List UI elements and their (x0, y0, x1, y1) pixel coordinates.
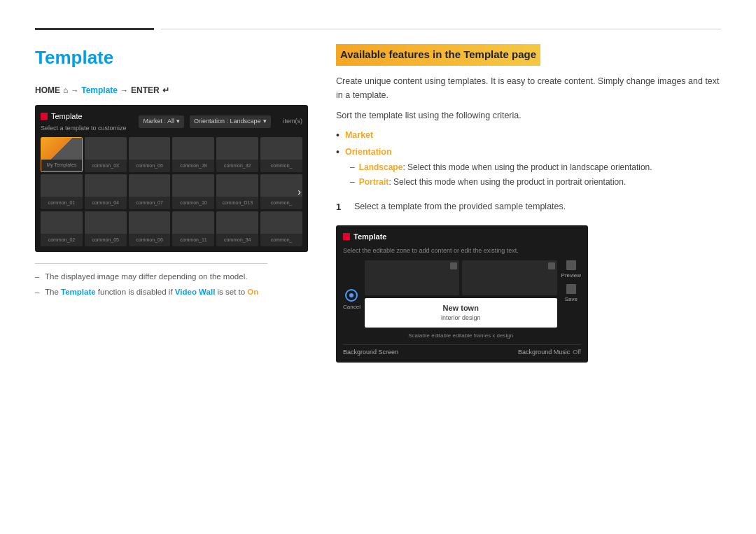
sub-feature-portrait: – Portrait: Select this mode when using … (350, 176, 652, 188)
template-grid-item[interactable]: common_03 (85, 137, 127, 172)
breadcrumb-template: Template (81, 84, 118, 97)
template-grid-item[interactable]: common_06 (129, 211, 171, 246)
template-ui-title: Template (41, 111, 127, 122)
cancel-dot-icon (349, 293, 354, 297)
note-item-1: The displayed image may differ depending… (35, 271, 308, 283)
home-icon: ⌂ (63, 84, 68, 97)
item-thumb (85, 137, 127, 160)
sub-feature-landscape: – Landscape: Select this mode when using… (350, 161, 652, 174)
tpu-main: Cancel (343, 260, 581, 340)
samsung-logo-preview-icon (343, 233, 350, 240)
template-grid-item[interactable]: common_02 (41, 211, 83, 246)
tpu-subtitle: Select the editable zone to add content … (343, 246, 581, 256)
sub-bullet-icon: – (350, 161, 355, 174)
template-grid-item[interactable]: common_05 (85, 211, 127, 246)
breadcrumb: HOME ⌂ → Template → ENTER ↵ (35, 84, 308, 97)
tpu-left-controls: Cancel (343, 260, 360, 340)
background-music-control[interactable]: Background Music Off (518, 348, 581, 358)
tpu-canvas-row-1 (365, 260, 557, 295)
template-ui-subtitle: Select a template to customize (41, 124, 127, 134)
save-icon (566, 284, 576, 294)
enter-icon: ↵ (162, 84, 169, 97)
samsung-logo-icon (41, 113, 48, 120)
item-thumb (41, 174, 83, 197)
bullet-icon: • (336, 129, 340, 143)
feature-item-market: • Market (336, 129, 721, 143)
save-button[interactable]: Save (561, 284, 581, 304)
template-grid-item[interactable]: common_10 (172, 174, 214, 209)
market-dropdown[interactable]: Market : All ▾ (139, 115, 184, 128)
feature-item-orientation: • Orientation – Landscape: Select this m… (336, 146, 721, 191)
tpu-text-hint: Scalable editable editable frames x desi… (365, 332, 557, 340)
item-thumb (85, 211, 127, 234)
template-grid-item[interactable]: common_ (260, 174, 302, 209)
preview-button[interactable]: Preview (561, 260, 581, 280)
template-grid-item[interactable]: common_28 (172, 137, 214, 172)
item-thumb (216, 211, 258, 234)
item-thumb (172, 137, 214, 160)
template-grid-item[interactable]: common_06 (129, 137, 171, 172)
template-grid-item[interactable]: common_32 (216, 137, 258, 172)
item-thumb (129, 137, 171, 160)
item-thumb (41, 138, 82, 160)
sort-label: Sort the template list using the followi… (336, 109, 721, 122)
item-thumb (260, 137, 302, 160)
breadcrumb-home: HOME (35, 84, 60, 97)
tpu-text-block[interactable]: New town interior design (365, 298, 557, 328)
item-thumb (85, 174, 127, 197)
template-grid-item[interactable]: common_11 (172, 211, 214, 246)
bullet-icon: • (336, 146, 340, 160)
template-grid-item[interactable]: common_34 (216, 211, 258, 246)
step-item-1: 1 Select a template from the provided sa… (336, 200, 721, 214)
breadcrumb-arrow-1: → (71, 85, 78, 97)
template-grid-item[interactable]: My Templates (41, 137, 83, 172)
canvas-icon (548, 262, 555, 269)
background-screen-control[interactable]: Background Screen (343, 348, 398, 358)
item-thumb (129, 211, 171, 234)
divider (35, 263, 267, 264)
template-ui-controls: Market : All ▾ Orientation : Landscape ▾ (139, 115, 270, 128)
section-description: Create unique content using templates. I… (336, 74, 721, 102)
section-title: Available features in the Template page (336, 44, 540, 66)
item-thumb (260, 211, 302, 234)
page-title: Template (35, 44, 308, 71)
top-rule-right (161, 29, 721, 29)
top-rule-left (35, 28, 154, 30)
sub-feature-list: – Landscape: Select this mode when using… (350, 161, 652, 188)
cancel-circle-icon (345, 289, 358, 302)
left-column: Template HOME ⌂ → Template → ENTER ↵ Tem… (35, 44, 308, 363)
canvas-icon (450, 262, 457, 269)
step-list: 1 Select a template from the provided sa… (336, 200, 721, 214)
orientation-dropdown[interactable]: Orientation : Landscape ▾ (190, 115, 271, 128)
top-rule (35, 28, 721, 30)
template-ui-header: Template Select a template to customize … (41, 111, 302, 133)
breadcrumb-enter: ENTER (131, 84, 160, 97)
next-arrow-icon[interactable]: › (298, 185, 301, 197)
tpu-footer: Background Screen Background Music Off (343, 344, 581, 358)
tpu-right-controls: Preview Save (561, 260, 581, 340)
notes-list: The displayed image may differ depending… (35, 271, 308, 299)
feature-list: • Market • Orientation – Landscape: Sele… (336, 129, 721, 190)
cancel-button[interactable]: Cancel (343, 289, 360, 311)
note-item-2: The Template function is disabled if Vid… (35, 286, 308, 298)
template-grid-item[interactable]: common_D13 (216, 174, 258, 209)
item-thumb (172, 174, 214, 197)
item-thumb (129, 174, 171, 197)
item-thumb (260, 174, 302, 197)
tpu-canvas-item[interactable] (365, 260, 459, 295)
preview-icon (566, 260, 576, 270)
breadcrumb-arrow-2: → (120, 85, 128, 97)
sub-bullet-icon: – (350, 176, 355, 188)
tpu-header: Template (343, 231, 581, 243)
items-label: item(s) (284, 117, 303, 127)
template-grid-item[interactable]: common_04 (85, 174, 127, 209)
template-grid-item[interactable]: common_07 (129, 174, 171, 209)
template-grid-item[interactable]: common_ (260, 137, 302, 172)
template-preview-ui: Template Select the editable zone to add… (336, 225, 588, 363)
tpu-canvas-item[interactable] (462, 260, 556, 295)
template-grid-item[interactable]: common_ (260, 211, 302, 246)
template-ui-mockup: Template Select a template to customize … (35, 105, 308, 252)
template-grid-item[interactable]: common_01 (41, 174, 83, 209)
template-grid: My Templates common_03 common_06 co (41, 137, 302, 246)
item-thumb (41, 211, 83, 234)
